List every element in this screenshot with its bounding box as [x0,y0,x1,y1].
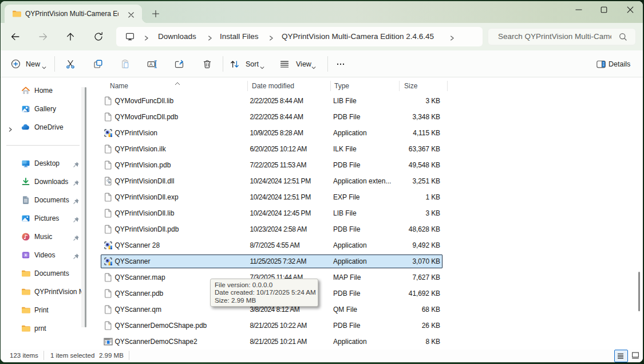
svg-text:A: A [149,62,153,67]
